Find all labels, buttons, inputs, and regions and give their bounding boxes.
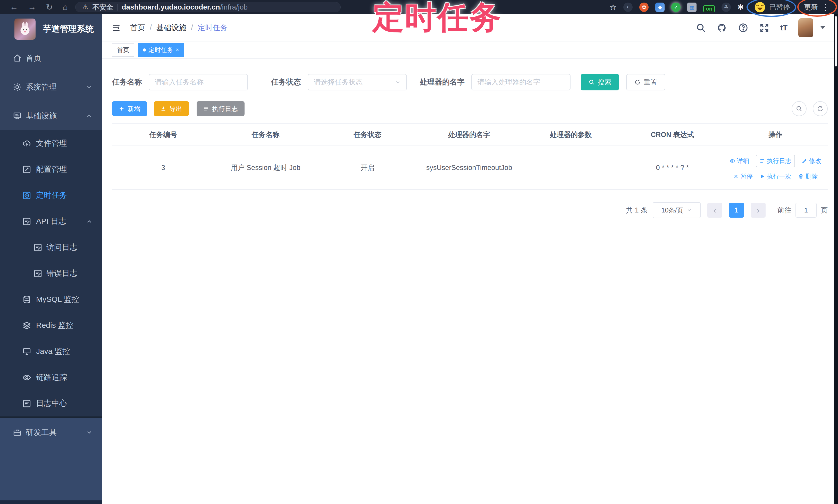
log-icon (34, 243, 42, 252)
app-logo (14, 19, 36, 40)
delete-link[interactable]: 删除 (798, 172, 818, 181)
col-actions: 操作 (723, 124, 828, 146)
sidebar: 芋道管理系统 首页 系统管理 基础设施 文件管理 配置管理 (0, 14, 102, 504)
search-button[interactable]: 搜索 (581, 74, 619, 90)
browser-back-icon[interactable]: ← (10, 2, 18, 12)
export-button[interactable]: 导出 (154, 101, 189, 116)
goto-page: 前往 页 (778, 203, 828, 218)
browser-home-icon[interactable]: ⌂ (63, 2, 68, 12)
sidebar-collapse-icon[interactable] (111, 23, 121, 32)
sidebar-item-redis-monitor[interactable]: Redis 监控 (0, 312, 102, 338)
col-job-name: 任务名称 (214, 124, 317, 146)
page-size-select[interactable]: 10条/页 (653, 202, 701, 218)
breadcrumb-home[interactable]: 首页 (130, 23, 145, 33)
extension-icon[interactable]: ✓ (671, 3, 681, 12)
sidebar-item-system[interactable]: 系统管理 (0, 73, 102, 102)
sidebar-item-mysql-monitor[interactable]: MySQL 监控 (0, 286, 102, 312)
pagination-total: 共 1 条 (626, 205, 648, 215)
browser-menu-icon[interactable]: ⋮ (821, 2, 830, 12)
user-avatar[interactable] (798, 18, 813, 37)
prev-page-button[interactable]: ‹ (708, 203, 722, 218)
sidebar-item-label: 日志中心 (36, 398, 67, 409)
col-job-id: 任务编号 (112, 124, 214, 146)
sidebar-item-label: 系统管理 (26, 82, 57, 92)
extension-icon[interactable]: ✿ (639, 3, 649, 12)
goto-page-input[interactable] (796, 203, 817, 218)
layers-icon (22, 321, 31, 330)
tag-home[interactable]: 首页 (112, 43, 134, 57)
edit-link[interactable]: 修改 (802, 157, 821, 165)
add-button[interactable]: 新增 (112, 101, 147, 116)
chevron-up-icon (86, 218, 92, 225)
sidebar-item-config-manage[interactable]: 配置管理 (0, 156, 102, 182)
exec-log-button[interactable]: 执行日志 (197, 101, 245, 116)
log-center-icon (22, 399, 31, 408)
monitor-icon (22, 347, 31, 356)
breadcrumb-infra[interactable]: 基础设施 (156, 23, 186, 33)
job-name-input[interactable] (149, 74, 248, 90)
extension-icon[interactable]: ◆ (655, 3, 665, 12)
next-page-button[interactable]: › (751, 203, 766, 218)
security-label[interactable]: 不安全 (92, 3, 113, 12)
home-icon (13, 54, 22, 62)
tag-scheduled-jobs[interactable]: 定时任务 × (138, 43, 184, 57)
app-logo-row[interactable]: 芋道管理系统 (0, 14, 102, 44)
detail-link[interactable]: 详细 (730, 157, 749, 165)
avatar-caret-icon[interactable] (820, 26, 825, 29)
browser-reload-icon[interactable]: ↻ (46, 2, 53, 12)
paused-label: 已暂停 (769, 3, 790, 12)
handler-name-input[interactable] (471, 74, 571, 90)
bookmark-star-icon[interactable]: ☆ (609, 2, 617, 12)
row-exec-log-link[interactable]: 执行日志 (756, 155, 795, 167)
chevron-down-icon (86, 429, 92, 436)
sidebar-item-dev-tools[interactable]: 研发工具 (0, 418, 102, 447)
refresh-table-button[interactable] (813, 101, 828, 116)
extension-icon[interactable]: ▦ (687, 3, 697, 12)
handler-name-label: 处理器的名字 (420, 77, 465, 87)
toggle-search-button[interactable] (792, 101, 806, 116)
warning-icon: ⚠ (82, 3, 88, 11)
scrollbar-thumb[interactable] (835, 16, 837, 67)
fullscreen-icon[interactable] (759, 23, 769, 33)
col-handler-name: 处理器的名字 (418, 124, 520, 146)
sidebar-item-error-log[interactable]: 错误日志 (0, 260, 102, 286)
database-icon (22, 295, 31, 304)
address-bar[interactable]: ⚠ 不安全 dashboard.yudao.iocoder.cn/infra/j… (75, 2, 341, 12)
tag-close-icon[interactable]: × (176, 47, 179, 53)
log-icon (22, 217, 31, 226)
infrastructure-icon (13, 111, 22, 120)
current-page-button[interactable]: 1 (729, 203, 744, 218)
sidebar-scrollbar[interactable] (0, 500, 102, 504)
table-row: 3 用户 Session 超时 Job 开启 sysUserSessionTim… (112, 146, 828, 190)
sidebar-item-label: 访问日志 (46, 242, 77, 253)
extension-icon[interactable]: ◐ (623, 3, 633, 12)
reset-button[interactable]: 重置 (626, 74, 665, 90)
browser-update-button[interactable]: 更新 ⋮ (800, 2, 833, 12)
pause-link[interactable]: 暂停 (733, 172, 753, 181)
app-window: 芋道管理系统 首页 系统管理 基础设施 文件管理 配置管理 (0, 14, 838, 504)
search-icon[interactable] (696, 23, 706, 33)
sidebar-item-infra[interactable]: 基础设施 (0, 102, 102, 130)
job-status-select[interactable]: 请选择任务状态 (308, 74, 407, 90)
sidebar-item-file-manage[interactable]: 文件管理 (0, 130, 102, 156)
jobs-table: 任务编号 任务名称 任务状态 处理器的名字 处理器的参数 CRON 表达式 操作… (112, 123, 828, 190)
sidebar-item-tracing[interactable]: 链路追踪 (0, 364, 102, 391)
paused-extension-chip[interactable]: 已暂停 (751, 2, 794, 13)
github-icon[interactable] (717, 23, 727, 33)
browser-forward-icon[interactable]: → (28, 2, 36, 12)
extension-on-badge[interactable]: on (703, 5, 715, 12)
gear-icon (13, 83, 22, 91)
sidebar-item-access-log[interactable]: 访问日志 (0, 234, 102, 260)
export-button-label: 导出 (169, 105, 182, 113)
help-icon[interactable] (738, 23, 748, 33)
extensions-puzzle-icon[interactable]: ✱ (737, 3, 744, 12)
sidebar-item-java-monitor[interactable]: Java 监控 (0, 338, 102, 364)
run-once-link[interactable]: 执行一次 (760, 172, 791, 181)
font-size-icon[interactable]: tT (780, 23, 787, 32)
sidebar-item-scheduled-jobs[interactable]: 定时任务 (0, 182, 102, 208)
extension-icon[interactable]: ☘ (721, 3, 731, 12)
sidebar-item-home[interactable]: 首页 (0, 44, 102, 73)
sidebar-item-api-log[interactable]: API 日志 (0, 208, 102, 234)
sidebar-item-log-center[interactable]: 日志中心 (0, 391, 102, 416)
page-scrollbar[interactable] (834, 14, 838, 504)
